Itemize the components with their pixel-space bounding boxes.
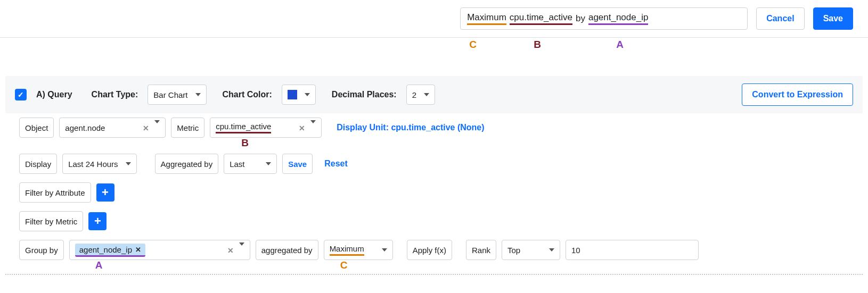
chart-type-select[interactable]: Bar Chart: [148, 85, 206, 105]
chart-type-value: Bar Chart: [153, 90, 187, 99]
group-aggregated-select[interactable]: Maximum C: [324, 240, 393, 260]
display-label: Display: [19, 154, 57, 174]
query-panel-header: A) Query Chart Type: Bar Chart Chart Col…: [5, 76, 863, 113]
aggregated-by-label: Aggregated by: [155, 154, 219, 174]
group-by-chip-value: agent_node_ip: [79, 245, 132, 254]
group-aggregated-label: aggregated by: [256, 240, 318, 260]
plus-icon: +: [94, 214, 101, 228]
chevron-down-icon: [154, 120, 160, 132]
add-attribute-filter-button[interactable]: +: [96, 183, 114, 202]
chevron-down-icon: [126, 162, 131, 165]
annotation-letter-b: B: [241, 137, 249, 149]
color-swatch-icon: [288, 90, 297, 99]
divider: [5, 274, 863, 275]
chevron-down-icon: [195, 93, 201, 96]
chevron-down-icon: [424, 93, 429, 96]
add-metric-filter-button[interactable]: +: [88, 212, 107, 230]
rank-count-value: 10: [571, 246, 580, 255]
metric-value: cpu.time_active: [216, 122, 271, 133]
decimal-places-select[interactable]: 2: [406, 85, 435, 105]
filter-attribute-label: Filter by Attribute: [19, 182, 91, 203]
annotation-letter-c: C: [448, 39, 497, 51]
chart-color-label: Chart Color:: [223, 90, 272, 99]
annotation-letter-a: A: [95, 259, 103, 271]
decimal-places-label: Decimal Places:: [332, 90, 397, 99]
title-seg-groupby: agent_node_ip: [588, 12, 649, 25]
query-enabled-checkbox[interactable]: [15, 89, 27, 101]
rank-count-input[interactable]: 10: [566, 240, 699, 260]
cancel-button[interactable]: Cancel: [756, 7, 804, 30]
filter-by-attribute-row: Filter by Attribute +: [0, 178, 868, 207]
save-button[interactable]: Save: [813, 7, 853, 30]
annotation-letter-b: B: [497, 39, 577, 51]
group-by-select[interactable]: agent_node_ip ✕ ✕ A: [69, 240, 250, 260]
plus-icon: +: [102, 186, 109, 199]
display-row: Display Last 24 Hours Aggregated by Last…: [0, 149, 868, 178]
display-range-select[interactable]: Last 24 Hours: [62, 154, 136, 174]
rank-value: Top: [507, 246, 520, 255]
group-aggregated-value: Maximum: [330, 244, 364, 256]
object-label: Object: [19, 118, 54, 138]
rank-label: Rank: [466, 240, 496, 260]
object-value: agent.node: [65, 123, 105, 132]
group-by-chip[interactable]: agent_node_ip ✕: [75, 244, 145, 257]
display-range-value: Last 24 Hours: [68, 160, 118, 169]
annotation-letter-a: A: [577, 39, 662, 51]
remove-chip-icon[interactable]: ✕: [135, 246, 141, 254]
chevron-down-icon: [382, 248, 387, 252]
decimal-places-value: 2: [412, 90, 416, 99]
annotation-letter-c: C: [340, 259, 348, 271]
reset-link[interactable]: Reset: [324, 159, 348, 169]
query-label: A) Query: [36, 90, 72, 99]
chevron-down-icon: [549, 248, 554, 252]
apply-fx-button[interactable]: Apply f(x): [407, 240, 452, 260]
title-seg-maximum: Maximum: [467, 12, 506, 25]
title-seg-by: by: [576, 13, 585, 24]
filter-by-metric-row: Filter by Metric +: [0, 207, 868, 236]
save-display-button[interactable]: Save: [282, 154, 313, 174]
clear-object-icon[interactable]: ✕: [141, 124, 151, 132]
chart-type-label: Chart Type:: [92, 90, 138, 99]
aggregated-by-value: Last: [230, 160, 244, 169]
clear-group-by-icon[interactable]: ✕: [225, 246, 236, 255]
object-select[interactable]: agent.node ✕: [59, 118, 166, 138]
group-by-row: Group by agent_node_ip ✕ ✕ A aggregated …: [0, 236, 868, 264]
aggregated-by-select[interactable]: Last: [224, 154, 277, 174]
metric-label: Metric: [171, 118, 204, 138]
chevron-down-icon: [239, 242, 244, 255]
chart-title-input[interactable]: Maximum cpu.time_active by agent_node_ip: [460, 7, 748, 30]
chevron-down-icon: [310, 120, 316, 132]
chevron-down-icon: [305, 93, 310, 96]
clear-metric-icon[interactable]: ✕: [297, 124, 307, 132]
object-metric-row: Object agent.node ✕ Metric cpu.time_acti…: [0, 113, 868, 142]
chevron-down-icon: [266, 162, 271, 165]
display-unit-link[interactable]: Display Unit: cpu.time_active (None): [337, 123, 484, 132]
chart-color-select[interactable]: [282, 85, 316, 105]
group-by-label: Group by: [19, 240, 64, 260]
convert-to-expression-button[interactable]: Convert to Expression: [742, 83, 853, 106]
title-seg-metric: cpu.time_active: [510, 12, 572, 25]
filter-metric-label: Filter by Metric: [19, 211, 83, 231]
rank-select[interactable]: Top: [502, 240, 560, 260]
metric-select[interactable]: cpu.time_active ✕ B: [210, 118, 322, 138]
